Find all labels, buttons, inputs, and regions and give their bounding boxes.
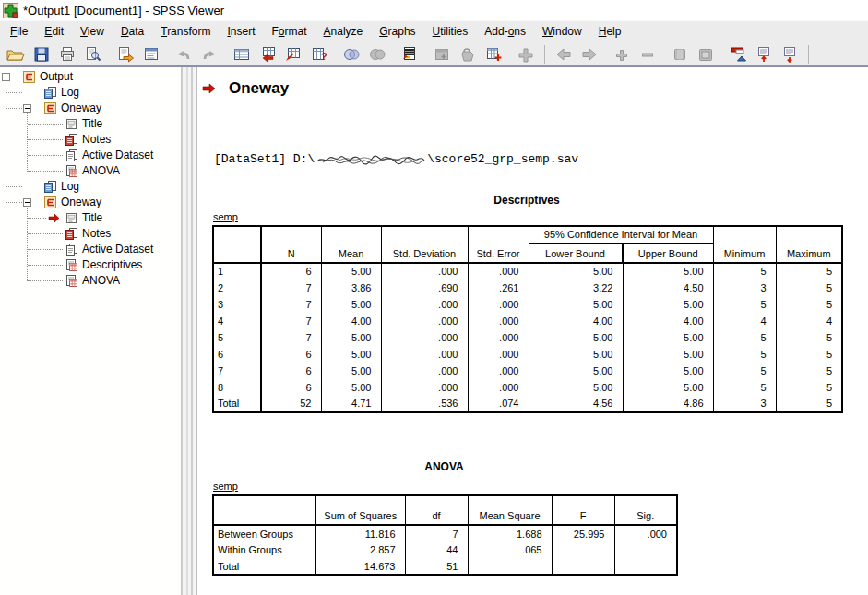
data-cell: 5.00 [529, 329, 623, 346]
data-cell: 5 [776, 346, 842, 363]
tree-item-notes[interactable]: Notes [0, 132, 181, 148]
menu-graphs[interactable]: Graphs [371, 21, 423, 42]
menu-data[interactable]: Data [113, 21, 152, 42]
tree-item-oneway[interactable]: Oneway [0, 101, 181, 116]
tree-item-label: Oneway [61, 195, 101, 210]
data-cell: 6 [261, 379, 321, 396]
save-file-icon [32, 46, 51, 63]
goto-case-button[interactable] [255, 43, 280, 65]
open-file-button[interactable] [3, 43, 29, 65]
tree-connector [28, 155, 63, 156]
variables-button[interactable] [280, 43, 306, 65]
variables-icon [284, 46, 303, 63]
tree-item-log[interactable]: Log [0, 85, 181, 101]
data-cell: .000 [381, 363, 468, 379]
page-back-icon [554, 46, 573, 63]
data-cell: 7 [405, 525, 468, 541]
find-button[interactable]: ? [306, 43, 332, 65]
data-cell: .261 [468, 280, 529, 296]
goto-data-button[interactable] [229, 43, 255, 65]
data-cell: 5 [713, 263, 776, 280]
row-label: 5 [213, 329, 261, 346]
save-file-button[interactable] [29, 43, 54, 65]
menu-utilities[interactable]: Utilities [424, 21, 477, 42]
table-icon [65, 258, 78, 272]
data-cell: .000 [381, 346, 468, 363]
tree-item-anova[interactable]: ANOVA [0, 273, 181, 289]
data-cell: .000 [468, 346, 529, 363]
data-cell: 5.00 [529, 346, 623, 363]
descriptives-row: 165.00.000.0005.005.0055 [213, 263, 842, 280]
data-cell: 5.00 [321, 379, 381, 396]
pane-splitter[interactable] [182, 67, 197, 595]
anova-layer-label: semp [213, 481, 238, 492]
data-cell: 5.00 [321, 329, 381, 346]
data-cell: 5.00 [623, 263, 713, 280]
menu-add-ons[interactable]: Add-ons [476, 21, 534, 42]
toolbar: ? [0, 42, 868, 67]
insert-cases-button[interactable] [481, 43, 506, 65]
tree-expander-icon[interactable] [23, 104, 31, 113]
tree-item-label: Descriptives [82, 257, 142, 273]
use-variable-sets-button[interactable] [339, 43, 364, 65]
tree-item-label: Active Dataset [82, 148, 153, 163]
tree-item-oneway[interactable]: Oneway [0, 195, 181, 210]
outline-pane[interactable]: OutputLogOnewayTitleNotesActive DatasetA… [0, 67, 182, 595]
menu-insert[interactable]: Insert [219, 21, 263, 42]
data-cell: 5 [713, 363, 776, 379]
tree-item-log[interactable]: Log [0, 179, 181, 195]
run-script-icon [400, 46, 419, 63]
tree-item-active-dataset[interactable]: Active Dataset [0, 242, 181, 257]
promote-heading-button[interactable] [751, 43, 777, 65]
recall-dialogs-button[interactable] [138, 43, 164, 65]
descriptives-row: 375.00.000.0005.005.0055 [213, 296, 842, 313]
anova-col-header: Mean Square [468, 495, 552, 525]
menu-help[interactable]: Help [590, 21, 630, 42]
data-cell: .065 [468, 541, 552, 558]
menu-analyze[interactable]: Analyze [315, 21, 372, 42]
tree-connector [6, 186, 22, 187]
tree-item-title[interactable]: Title [0, 210, 181, 226]
data-cell: 6 [261, 346, 321, 363]
data-cell [552, 541, 614, 558]
anova-table[interactable]: Sum of SquaresdfMean SquareFSig.Between … [212, 494, 678, 576]
page-forward-icon [580, 46, 599, 63]
menu-format[interactable]: Format [264, 21, 315, 42]
menu-view[interactable]: View [72, 21, 113, 42]
descriptives-row: 865.00.000.0005.005.0055 [213, 379, 842, 396]
menu-window[interactable]: Window [534, 21, 590, 42]
tree-item-label: Log [61, 179, 79, 195]
descriptives-row: Total524.71.536.0744.564.8635 [213, 396, 842, 412]
tree-item-label: Active Dataset [82, 242, 153, 257]
data-cell: 5.00 [529, 263, 623, 280]
toolbar-separator [544, 45, 545, 64]
menu-transform[interactable]: Transform [152, 21, 219, 42]
descriptives-table[interactable]: NMeanStd. DeviationStd. Error95% Confide… [212, 225, 843, 413]
tree-item-title[interactable]: Title [0, 116, 181, 132]
print-preview-button[interactable] [80, 43, 106, 65]
descriptives-col-header: Maximum [776, 226, 842, 263]
export-output-button[interactable] [113, 43, 138, 65]
run-script-button[interactable] [397, 43, 422, 65]
insert-object-icon [517, 46, 535, 63]
tree-item-notes[interactable]: Notes [0, 226, 181, 242]
descriptives-col-header: Std. Deviation [381, 226, 468, 263]
demote-heading-button[interactable] [777, 43, 803, 65]
designate-window-icon [433, 46, 451, 63]
tree-item-descriptives[interactable]: Descriptives [0, 257, 181, 273]
descriptives-row: 575.00.000.0005.005.0055 [213, 329, 842, 346]
print-button[interactable] [54, 43, 80, 65]
app-icon [3, 3, 18, 18]
tree-expander-icon[interactable] [23, 198, 31, 207]
menu-file[interactable]: File [2, 21, 36, 42]
descriptives-layer-label: semp [213, 211, 238, 222]
tree-item-output[interactable]: Output [0, 69, 181, 85]
tree-expander-icon[interactable] [2, 73, 10, 81]
output-pane[interactable]: Oneway [DataSet1] D:\\score52_grp_semp.s… [197, 67, 868, 595]
menu-edit[interactable]: Edit [36, 21, 72, 42]
anova-col-header: Sum of Squares [315, 495, 405, 525]
tree-item-anova[interactable]: ANOVA [0, 163, 181, 179]
data-cell [614, 541, 677, 558]
tree-item-active-dataset[interactable]: Active Dataset [0, 148, 181, 163]
show-hide-results-button[interactable] [725, 43, 751, 65]
